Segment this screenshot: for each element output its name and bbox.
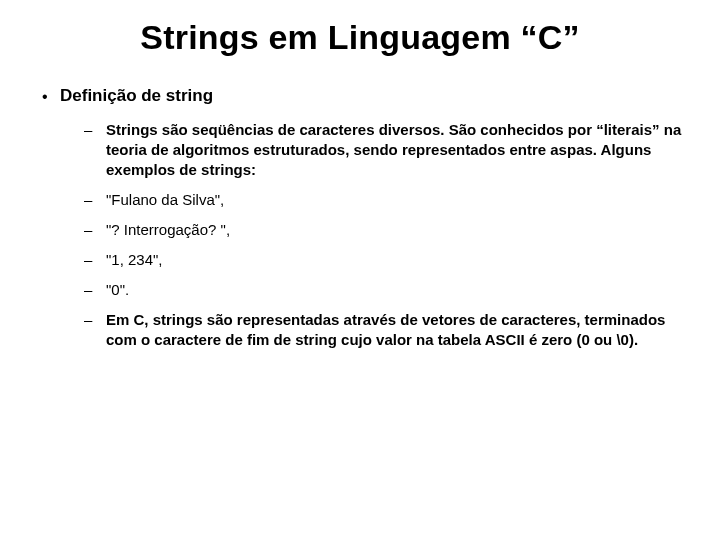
level1-text: Definição de string	[60, 85, 213, 107]
list-item: – Em C, strings são representadas atravé…	[84, 310, 684, 350]
list-item-text: "0".	[106, 280, 129, 300]
dash-icon: –	[84, 280, 106, 300]
dash-icon: –	[84, 190, 106, 210]
slide-title: Strings em Linguagem “C”	[36, 18, 684, 57]
list-item: – "Fulano da Silva",	[84, 190, 684, 210]
dash-icon: –	[84, 220, 106, 240]
level2-list: – Strings são seqüências de caracteres d…	[84, 120, 684, 350]
list-item-text: "? Interrogação? ",	[106, 220, 230, 240]
level1-bullet: • Definição de string – Strings são seqü…	[42, 85, 684, 350]
list-item-text: Em C, strings são representadas através …	[106, 310, 684, 350]
bullet-dot-icon: •	[42, 85, 60, 108]
list-item-text: "1, 234",	[106, 250, 163, 270]
level1-row: • Definição de string	[42, 85, 684, 108]
list-item-text: Strings são seqüências de caracteres div…	[106, 120, 684, 180]
list-item: – "1, 234",	[84, 250, 684, 270]
list-item: – "? Interrogação? ",	[84, 220, 684, 240]
dash-icon: –	[84, 250, 106, 270]
list-item: – "0".	[84, 280, 684, 300]
dash-icon: –	[84, 310, 106, 330]
list-item-text: "Fulano da Silva",	[106, 190, 224, 210]
slide: Strings em Linguagem “C” • Definição de …	[0, 0, 720, 540]
dash-icon: –	[84, 120, 106, 140]
list-item: – Strings são seqüências de caracteres d…	[84, 120, 684, 180]
